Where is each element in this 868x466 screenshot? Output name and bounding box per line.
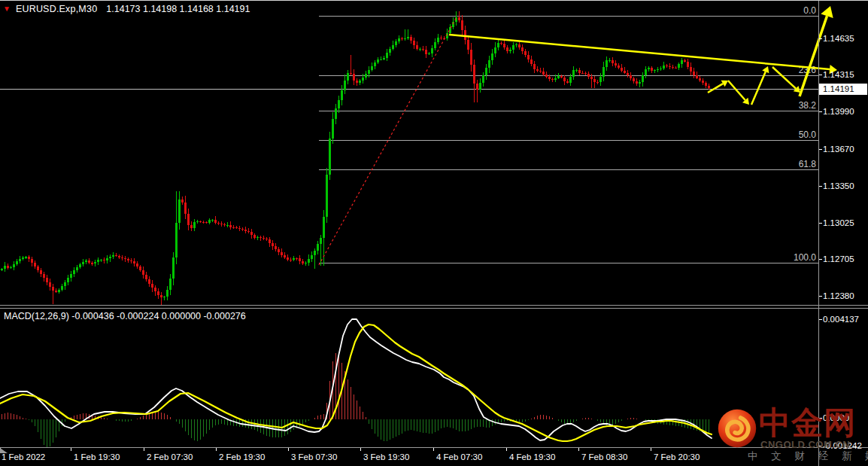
price-axis-tick (819, 186, 822, 187)
candles[interactable] (1, 11, 710, 305)
price-axis-label: 1.12705 (823, 254, 854, 264)
time-axis-tick (288, 448, 289, 451)
time-axis-label: 3 Feb 19:30 (363, 452, 409, 461)
cngold-slogan: 中 文 财 经 新 媒 体 (748, 449, 868, 463)
time-axis-tick (216, 448, 217, 451)
symbol-timeframe-label: EURUSD.Exp,M30 (16, 4, 97, 14)
cngold-watermark: 中金网 CNGOLD.COM.CN (716, 406, 866, 452)
forecast-arrow-4[interactable] (772, 67, 796, 89)
macd-axis-tick (819, 319, 822, 320)
price-axis-tick (819, 38, 822, 39)
time-axis-label: 2 Feb 19:30 (219, 452, 265, 461)
price-axis-tick (819, 149, 822, 150)
panel-divider-top-line[interactable] (0, 305, 868, 306)
time-axis-tick (360, 448, 361, 451)
time-axis-label: 3 Feb 07:30 (291, 452, 337, 461)
ohlc-quotes: 1.14173 1.14198 1.14168 1.14191 (106, 4, 250, 14)
fib-level-label: 50.0 (799, 129, 817, 140)
time-axis-tick (433, 448, 434, 451)
macd-main-line (0, 319, 712, 440)
time-axis-label: 1 Feb 2022 (2, 452, 45, 461)
current-price-badge: 1.14191 (819, 84, 867, 95)
forecast-arrow-1[interactable] (708, 84, 723, 93)
price-axis-tick (819, 259, 822, 260)
descending-trendline-arrow[interactable] (449, 35, 830, 69)
time-axis-label: 2 Feb 07:30 (147, 452, 193, 461)
chart-title-bar: ▼EURUSD.Exp,M301.14173 1.14198 1.14168 1… (3, 4, 250, 14)
price-axis-tick (819, 75, 822, 75)
fib-level-label: 100.0 (794, 252, 816, 263)
time-axis-tick (578, 448, 579, 451)
forecast-arrow-3[interactable] (751, 72, 766, 105)
price-axis-label: 1.13025 (823, 218, 854, 228)
scroll-wedge-icon (0, 448, 8, 453)
price-axis-tick (819, 223, 822, 224)
price-axis-label: 1.14635 (823, 33, 854, 44)
price-axis-tick (819, 111, 822, 112)
time-axis-label: 7 Feb 20:30 (654, 452, 700, 461)
fib-level-label: 0.0 (803, 5, 816, 16)
fib-level-label: 38.2 (799, 100, 817, 111)
price-axis-separator[interactable] (818, 1, 819, 466)
main-chart-canvas[interactable]: 0.023.638.250.061.8100.0 (0, 1, 868, 305)
cngold-logo-text: 中金网 (759, 406, 856, 440)
price-axis-label: 1.13350 (823, 181, 854, 191)
macd-indicator-label: MACD(12,26,9) -0.000436 -0.000224 0.0000… (4, 311, 246, 321)
macd-histogram (2, 353, 709, 448)
chart-window: 0.023.638.250.061.8100.0 ▼EURUSD.Exp,M30… (0, 0, 868, 466)
time-axis-tick (651, 448, 651, 451)
cngold-logo-icon (716, 407, 758, 449)
forecast-arrow-2[interactable] (728, 81, 745, 100)
price-axis-label: 1.14315 (823, 69, 854, 80)
macd-axis-label: 0.004137 (823, 314, 859, 324)
price-axis-label: 1.12380 (823, 291, 854, 301)
time-axis-tick (144, 448, 144, 451)
time-axis-label: 1 Feb 19:30 (74, 452, 120, 461)
cngold-logo-domain: CNGOLD.COM.CN (760, 439, 850, 450)
time-axis-tick (506, 448, 507, 451)
symbol-dropdown-icon[interactable]: ▼ (3, 5, 11, 13)
fib-level-label: 61.8 (799, 159, 817, 169)
time-axis-label: 7 Feb 08:30 (581, 452, 627, 461)
price-axis-label: 1.13990 (823, 106, 854, 117)
time-axis-tick (71, 448, 71, 451)
panel-divider-bottom-line[interactable] (0, 308, 868, 309)
price-axis-tick (819, 296, 822, 297)
time-axis-label: 4 Feb 19:30 (509, 452, 555, 461)
price-axis-label: 1.13670 (823, 144, 854, 154)
time-axis-label: 4 Feb 07:30 (436, 452, 482, 461)
